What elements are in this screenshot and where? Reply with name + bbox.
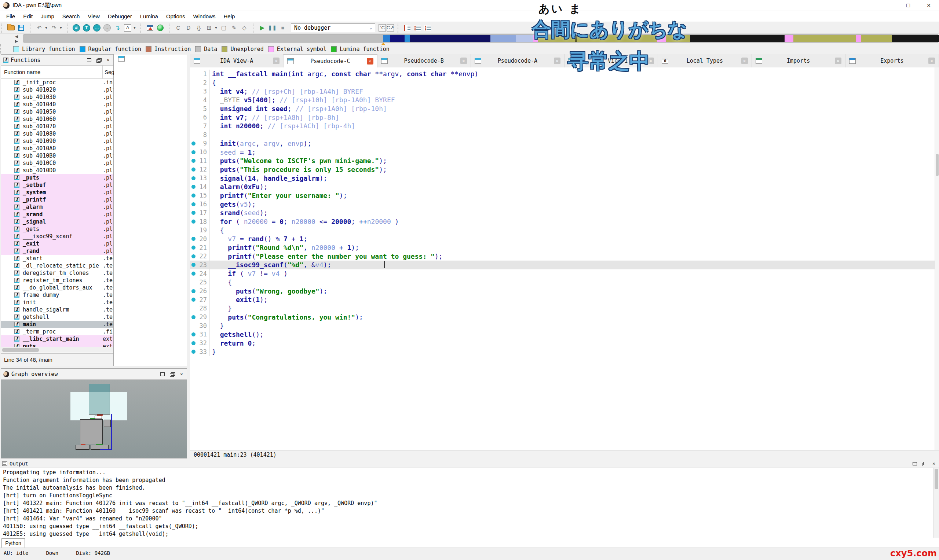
function-row[interactable]: fsub_4010C0.plt	[1, 159, 113, 167]
functions-panel-titlebar[interactable]: f Functions ×	[1, 55, 113, 66]
code-line[interactable]: 19 {	[190, 226, 939, 235]
tab-close-icon[interactable]: ✕	[835, 57, 842, 64]
search-binary-icon[interactable]: …	[93, 23, 101, 32]
function-row[interactable]: fgetshell.te	[1, 313, 113, 321]
output-log[interactable]: Propagating type information...Function …	[0, 468, 933, 538]
output-titlebar[interactable]: Output ×	[0, 459, 939, 468]
column-function-name[interactable]: Function name	[4, 69, 40, 75]
maximize-button[interactable]: ☐	[898, 0, 919, 11]
pseudocode-vscrollbar[interactable]	[934, 68, 939, 450]
pseudocode-view[interactable]: 1int __fastcall main(int argc, const cha…	[190, 68, 939, 450]
code-line[interactable]: 3 int v4; // [rsp+Ch] [rbp-1A4h] BYREF	[190, 87, 939, 95]
code-line[interactable]: 22 printf("Please enter the number you w…	[190, 252, 939, 261]
function-row[interactable]: fsub_401090.plt	[1, 137, 113, 145]
menu-lumina[interactable]: Lumina	[136, 11, 162, 22]
graph-overview-titlebar[interactable]: Graph overview ×	[1, 369, 187, 380]
desktop-icon[interactable]	[146, 23, 154, 32]
panel-restore-icon[interactable]	[921, 461, 927, 466]
function-row[interactable]: f_gets.plt	[1, 225, 113, 233]
code-line[interactable]: 21 printf("Round %d\n", n20000 + 1);	[190, 243, 939, 252]
function-row[interactable]: fsub_401060.plt	[1, 115, 113, 123]
function-row[interactable]: fsub_401070.plt	[1, 123, 113, 130]
function-row[interactable]: fsub_4010B0.plt	[1, 152, 113, 159]
function-row[interactable]: f_dl_relocate_static_pie.te	[1, 262, 113, 269]
code-line[interactable]: 5 unsigned int seed; // [rsp+1A0h] [rbp-…	[190, 105, 939, 113]
code-line[interactable]: 2{	[190, 78, 939, 87]
code-line[interactable]: 16 gets(v5);	[190, 200, 939, 209]
tab-close-icon[interactable]: ✕	[460, 57, 467, 64]
back-dropdown-icon[interactable]: ▼	[45, 26, 49, 30]
code-line[interactable]: 29 puts("Congratulations, you win!");	[190, 312, 939, 322]
panel-restore-icon[interactable]	[96, 57, 102, 63]
function-row[interactable]: fderegister_tm_clones.te	[1, 269, 113, 277]
band-scroll-right-icon[interactable]: ▶	[15, 39, 18, 44]
function-row[interactable]: f_term_proc.fi	[1, 328, 113, 335]
menu-options[interactable]: Options	[162, 11, 189, 22]
function-row[interactable]: fmain.te	[1, 321, 113, 328]
rename-icon[interactable]: A	[123, 23, 132, 32]
panel-maximize-icon[interactable]	[912, 461, 918, 466]
rename-dropdown-icon[interactable]: ▼	[133, 26, 137, 30]
attach-process-icon[interactable]: ʿC	[379, 24, 386, 32]
stop-debug-icon[interactable]: ■	[278, 23, 287, 32]
panel-close-icon[interactable]: ×	[931, 461, 937, 466]
minimize-button[interactable]: —	[877, 0, 898, 11]
code-line[interactable]: 11 puts("Welcome to ISCTF's pwn mini-gam…	[190, 157, 939, 165]
tab-exports[interactable]: Exports✕	[845, 54, 939, 68]
close-button[interactable]: ✕	[919, 0, 939, 11]
code-line[interactable]: 18 for ( n20000 = 0; n20000 <= 20000; ++…	[190, 217, 939, 226]
function-row[interactable]: f_exit.pl	[1, 240, 113, 248]
python-cli-selector[interactable]: Python	[2, 538, 25, 548]
tab-close-icon[interactable]: ✕	[273, 57, 279, 64]
code-line[interactable]: 15 printf("Enter your username: ");	[190, 191, 939, 200]
open-file-icon[interactable]	[6, 23, 15, 32]
open-view-red-icon[interactable]	[403, 23, 412, 32]
open-view-list2-icon[interactable]	[423, 23, 432, 32]
navigate-forward-icon[interactable]: ↷	[49, 23, 58, 32]
code-line[interactable]: 25 {	[190, 278, 939, 287]
function-row[interactable]: f___isoc99_scanf.plt	[1, 233, 113, 240]
function-row[interactable]: f_system.pl	[1, 189, 113, 196]
functions-column-header[interactable]: Function name Seg	[1, 66, 113, 79]
make-dropdown-icon[interactable]: ▼	[214, 26, 219, 30]
tab-pseudocode-b[interactable]: Pseudocode-B✕	[378, 54, 471, 68]
search-immediate-icon[interactable]: #	[72, 23, 81, 32]
code-line[interactable]: 31 getshell();	[190, 330, 939, 339]
function-row[interactable]: fframe_dummy.te	[1, 291, 113, 299]
code-line[interactable]: 24 if ( v7 != v4 )	[190, 269, 939, 278]
function-row[interactable]: fregister_tm_clones.te	[1, 277, 113, 284]
tab-local-types[interactable]: Local Types✕	[658, 54, 752, 68]
panel-close-icon[interactable]: ×	[105, 57, 111, 63]
make-code-icon[interactable]: C	[174, 23, 183, 32]
function-row[interactable]: fputsext	[1, 343, 113, 347]
function-row[interactable]: fsub_4010A0.plt	[1, 145, 113, 152]
edit-function-icon[interactable]: ✎	[230, 23, 238, 32]
function-row[interactable]: finit.te	[1, 299, 113, 306]
function-row[interactable]: fsub_4010D0.plt	[1, 167, 113, 174]
panel-restore-icon[interactable]	[169, 372, 175, 377]
code-line[interactable]: 27 exit(1);	[190, 295, 939, 304]
code-line[interactable]: 12 puts("This procedure is only 15 secon…	[190, 165, 939, 174]
code-line[interactable]: 32 return 0;	[190, 338, 939, 348]
code-line[interactable]: 26 puts("Wrong, goodbye");	[190, 286, 939, 295]
make-array-icon[interactable]: ⊞	[205, 23, 213, 32]
code-line[interactable]: 33}	[190, 348, 939, 356]
function-row[interactable]: fsub_401020.plt	[1, 86, 113, 94]
menu-debugger[interactable]: Debugger	[104, 11, 136, 22]
menu-view[interactable]: View	[83, 11, 104, 22]
code-line[interactable]: 30 }	[190, 322, 939, 330]
code-line[interactable]: 4 _BYTE v5[400]; // [rsp+10h] [rbp-1A0h]…	[190, 95, 939, 105]
function-row[interactable]: f_alarm.pl	[1, 203, 113, 211]
make-struct-icon[interactable]: {}	[194, 23, 203, 32]
column-seg[interactable]: Seg	[102, 66, 114, 78]
make-frame-icon[interactable]: ▢	[219, 23, 228, 32]
band-scroll-left-icon[interactable]: ◀	[15, 34, 18, 39]
code-line[interactable]: 14 alarm(0xFu);	[190, 183, 939, 191]
forward-dropdown-icon[interactable]: ▼	[59, 26, 63, 30]
navigate-back-icon[interactable]: ↶	[35, 23, 44, 32]
function-row[interactable]: fsub_401040.plt	[1, 101, 113, 108]
code-line[interactable]: 9 init(argc, argv, envp);	[190, 139, 939, 148]
function-row[interactable]: fsub_401050.plt	[1, 108, 113, 115]
make-data-icon[interactable]: D	[184, 23, 193, 32]
function-row[interactable]: f_start.te	[1, 255, 113, 262]
